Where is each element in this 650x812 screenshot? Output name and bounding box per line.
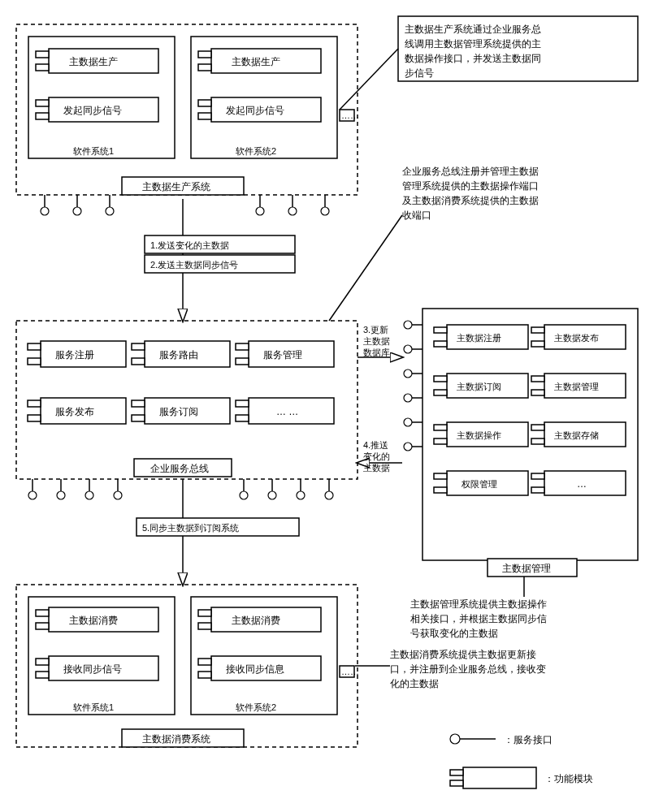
- flow-3-l1: 3.更新: [363, 325, 388, 335]
- svg-point-115: [404, 369, 412, 378]
- svg-text:主数据管理系统提供主数据操作: 主数据管理系统提供主数据操作: [410, 598, 547, 610]
- svg-text:主数据存储: 主数据存储: [554, 430, 599, 440]
- svg-rect-162: [450, 770, 463, 775]
- module-mdm-5: 主数据操作: [434, 422, 528, 447]
- svg-rect-42: [132, 343, 145, 350]
- flow-4-l1: 4.推送: [363, 440, 388, 450]
- svg-rect-142: [198, 659, 211, 665]
- svg-rect-19: [198, 113, 211, 119]
- svg-text:口，并注册到企业服务总线，接收变: 口，并注册到企业服务总线，接收变: [390, 663, 546, 675]
- svg-text:服务订阅: 服务订阅: [159, 406, 198, 417]
- svg-text:接收同步信息: 接收同步信息: [226, 663, 284, 675]
- svg-rect-163: [450, 780, 463, 786]
- module-mdm-3: 主数据订阅: [434, 374, 528, 398]
- svg-text:服务管理: 服务管理: [263, 349, 302, 361]
- svg-rect-105: [434, 487, 447, 493]
- svg-text:权限管理: 权限管理: [461, 479, 497, 489]
- svg-rect-138: [198, 610, 211, 616]
- svg-text:主数据生产: 主数据生产: [232, 56, 280, 67]
- iface-pins-mdm: [404, 321, 422, 451]
- note-2: 企业服务总线注册并管理主数据 管理系统提供的主数据操作端口 及主数据消费系统提供…: [402, 166, 539, 221]
- legend: ：服务接口 ：功能模块: [450, 734, 593, 788]
- svg-rect-134: [36, 659, 49, 665]
- svg-rect-7: [36, 64, 49, 71]
- svg-rect-88: [434, 376, 447, 382]
- svg-point-65: [85, 491, 93, 499]
- svg-point-67: [114, 491, 122, 499]
- svg-point-75: [325, 491, 333, 499]
- module-cons-s2-m1: 主数据消费: [198, 607, 321, 632]
- module-mdm-2: 主数据发布: [531, 325, 626, 349]
- svg-point-25: [106, 207, 114, 215]
- svg-point-29: [288, 207, 297, 215]
- svg-rect-108: [531, 473, 544, 479]
- iface-pins-esb: [28, 479, 333, 499]
- svg-text:主数据生产: 主数据生产: [69, 56, 118, 67]
- svg-point-27: [256, 207, 264, 215]
- svg-rect-11: [36, 113, 49, 119]
- svg-text:… …: … …: [276, 406, 298, 417]
- svg-point-73: [297, 491, 305, 499]
- module-prod-s1-m2: 发起同步信号: [36, 97, 158, 122]
- flow-4-l3: 主数据: [363, 463, 390, 473]
- svg-text:主数据消费: 主数据消费: [69, 615, 118, 626]
- note-2-connector: [329, 215, 402, 321]
- svg-point-61: [28, 491, 37, 499]
- architecture-diagram: 软件系统1 软件系统2 主数据生产系统 …… 主数据生产 发起同步信号 主数据生…: [0, 0, 650, 812]
- svg-rect-14: [198, 51, 211, 58]
- module-mdm-8: …: [531, 471, 626, 495]
- consumer-sys1-label: 软件系统1: [73, 702, 114, 712]
- legend-module: ：功能模块: [544, 773, 593, 784]
- module-esb-3: 服务管理: [236, 341, 334, 367]
- svg-rect-18: [198, 100, 211, 106]
- svg-point-119: [404, 418, 412, 426]
- svg-point-113: [404, 345, 412, 353]
- svg-text:发起同步信号: 发起同步信号: [63, 105, 122, 116]
- module-cons-s2-m2: 接收同步信息: [198, 656, 321, 680]
- svg-point-111: [404, 321, 412, 329]
- svg-point-23: [73, 207, 81, 215]
- svg-rect-43: [132, 358, 145, 365]
- ellipsis-icon: ……: [341, 667, 359, 676]
- svg-rect-161: [463, 767, 536, 788]
- producer-sys2-label: 软件系统2: [236, 146, 276, 156]
- svg-rect-89: [434, 390, 447, 395]
- module-prod-s2-m1: 主数据生产: [198, 49, 321, 73]
- svg-text:主数据消费系统提供主数据更新接: 主数据消费系统提供主数据更新接: [390, 649, 536, 660]
- svg-rect-10: [36, 100, 49, 106]
- svg-text:及主数据消费系统提供的主数据: 及主数据消费系统提供的主数据: [402, 195, 539, 206]
- svg-text:主数据生产系统通过企业服务总: 主数据生产系统通过企业服务总: [405, 24, 541, 35]
- svg-text:管理系统提供的主数据操作端口: 管理系统提供的主数据操作端口: [402, 180, 539, 192]
- iface-pins-producer: [41, 195, 329, 215]
- flow-3-l3: 数据库: [363, 348, 390, 357]
- svg-point-121: [404, 443, 412, 451]
- lollipop-icon: [41, 195, 49, 215]
- svg-rect-6: [36, 51, 49, 58]
- svg-text:号获取变化的主数据: 号获取变化的主数据: [410, 628, 498, 639]
- svg-text:步信号: 步信号: [405, 67, 434, 79]
- svg-rect-46: [236, 343, 249, 350]
- svg-text:收端口: 收端口: [402, 209, 431, 221]
- module-esb-1: 服务注册: [28, 341, 126, 367]
- mdm-title: 主数据管理: [502, 563, 551, 574]
- svg-rect-130: [36, 610, 49, 616]
- svg-rect-59: [236, 415, 249, 421]
- svg-point-21: [41, 207, 49, 215]
- flow-5-label: 5.同步主数据到订阅系统: [142, 523, 239, 533]
- module-prod-s1-m1: 主数据生产: [36, 49, 158, 73]
- svg-rect-143: [198, 672, 211, 678]
- svg-text:服务注册: 服务注册: [55, 349, 94, 361]
- module-esb-2: 服务路由: [132, 341, 230, 367]
- svg-text:主数据消费: 主数据消费: [232, 615, 280, 626]
- svg-rect-15: [198, 64, 211, 71]
- svg-point-31: [321, 207, 329, 215]
- module-cons-s1-m2: 接收同步信号: [36, 656, 158, 680]
- svg-rect-139: [198, 623, 211, 629]
- svg-point-63: [57, 491, 65, 499]
- esb-title: 企业服务总线: [150, 463, 209, 474]
- ellipsis-icon: ……: [341, 110, 359, 120]
- svg-text:…: …: [577, 478, 587, 490]
- svg-rect-131: [36, 623, 49, 629]
- svg-rect-38: [28, 343, 41, 350]
- svg-text:主数据管理: 主数据管理: [554, 382, 599, 391]
